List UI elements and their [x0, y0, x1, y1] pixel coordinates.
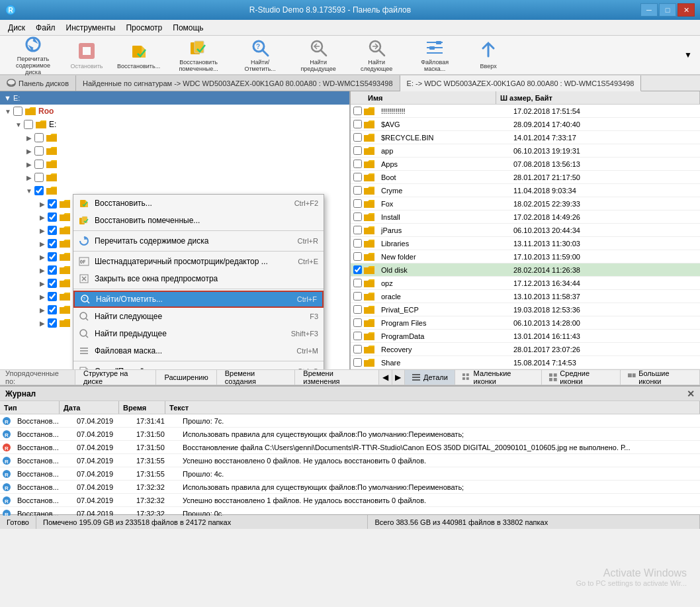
file-checkbox-6[interactable] [353, 186, 362, 195]
file-row[interactable]: oracle13.10.2013 11:58:37 [351, 290, 700, 303]
file-row[interactable]: Share15.08.2014 7:14:53 [351, 356, 700, 369]
toolbar-find[interactable]: ? Найти/Отметить... [232, 38, 288, 72]
log-row[interactable]: RВосстанов...07.04.201917:32:32Использов… [0, 481, 700, 494]
ctx-restore-marked[interactable]: Восстановить помеченные... [73, 212, 324, 229]
file-row[interactable]: Install17.02.2018 14:49:26 [351, 210, 700, 224]
file-checkbox-2[interactable] [353, 133, 362, 142]
log-row[interactable]: RВосстанов...07.04.201917:32:32Успешно в… [0, 494, 700, 507]
expand-delo[interactable]: ▶ [37, 214, 48, 221]
tree-checkbox-f2[interactable] [34, 146, 44, 156]
view-medium-icons[interactable]: Средние иконки [542, 370, 621, 385]
tree-checkbox-concert[interactable] [48, 199, 57, 209]
tree-checkbox-fin[interactable] [48, 239, 57, 248]
ctx-refresh[interactable]: Перечитать содержимое диска Ctrl+R [73, 232, 324, 250]
tree-checkbox-e[interactable] [24, 120, 33, 129]
file-checkbox-14[interactable] [353, 292, 362, 301]
file-row[interactable]: Fox18.02.2015 22:39:33 [351, 197, 700, 210]
ctx-copy-name[interactable]: Copy "Папка" Ctrl+C [73, 363, 324, 369]
file-checkbox-17[interactable] [353, 332, 362, 340]
file-row[interactable]: Recovery28.01.2017 23:07:26 [351, 343, 700, 356]
expand-proect[interactable]: ▶ [37, 320, 48, 327]
ctx-hex[interactable]: 0F Шестнадцатеричный просмотрщик/редакто… [73, 253, 324, 270]
file-row[interactable]: app06.10.2013 19:19:31 [351, 144, 700, 158]
toolbar-options[interactable]: ▼ [681, 50, 695, 60]
expand-netshare[interactable]: ▶ [37, 280, 48, 287]
log-row[interactable]: RВосстанов...07.04.201917:31:55Успешно в… [0, 454, 700, 467]
tree-item-f3[interactable]: ▶ [0, 158, 349, 171]
ctx-mask[interactable]: Файловая маска... Ctrl+M [73, 342, 324, 359]
file-checkbox-18[interactable] [353, 345, 362, 353]
sort-scroll-left[interactable]: ◀ [379, 370, 392, 385]
sort-created[interactable]: Времени создания [217, 370, 296, 385]
minimize-button[interactable]: ─ [640, 3, 658, 17]
file-row[interactable]: jParus06.10.2013 20:44:34 [351, 224, 700, 237]
file-checkbox-10[interactable] [353, 239, 362, 248]
ctx-find-next[interactable]: Найти следующее F3 [73, 308, 324, 325]
col-header-name[interactable]: Имя [364, 91, 496, 104]
file-row[interactable]: Libraries13.11.2013 11:30:03 [351, 237, 700, 250]
menu-help[interactable]: Помощь [167, 22, 208, 34]
close-button[interactable]: ✕ [678, 3, 695, 17]
menu-disk[interactable]: Диск [3, 22, 30, 34]
toolbar-up[interactable]: Вверх [465, 38, 511, 72]
log-row[interactable]: RВосстанов...07.04.201917:31:50Восстанов… [0, 441, 700, 454]
expand-icon[interactable]: ▼ [3, 108, 13, 115]
file-row[interactable]: $AVG28.09.2014 17:40:40 [351, 118, 700, 131]
file-row[interactable]: Old disk28.02.2014 11:26:38 [351, 263, 700, 277]
tree-item-f1[interactable]: ▶ [0, 131, 349, 144]
file-checkbox-11[interactable] [353, 252, 362, 261]
ctx-close-preview[interactable]: Закрыть все окна предпросмотра [73, 270, 324, 287]
log-close-button[interactable]: ✕ [687, 389, 695, 399]
file-row[interactable]: Apps07.08.2018 13:56:13 [351, 158, 700, 171]
file-checkbox-16[interactable] [353, 318, 362, 327]
tree-checkbox-f4[interactable] [34, 173, 44, 182]
expand-parus[interactable]: ▶ [37, 293, 48, 301]
tree-item-f4[interactable]: ▶ [0, 171, 349, 184]
file-checkbox-4[interactable] [353, 160, 362, 168]
file-checkbox-0[interactable] [353, 107, 362, 115]
file-list[interactable]: Имя Ш азмер, Байт !!!!!!!!!!!!17.02.2018… [351, 91, 700, 369]
expand-f2[interactable]: ▶ [24, 148, 34, 155]
sort-modified[interactable]: Времени изменения [295, 370, 379, 385]
file-checkbox-3[interactable] [353, 146, 362, 155]
sort-disk-structure[interactable]: Структуре на диске [75, 370, 157, 385]
tab-signatures[interactable]: Найденные по сигнатурам -> WDC WD5003AZE… [76, 75, 400, 91]
file-row[interactable]: $RECYCLE.BIN14.01.2014 7:33:17 [351, 131, 700, 144]
tree-item-f2[interactable]: ▶ [0, 144, 349, 158]
file-row[interactable]: Boot28.01.2017 21:17:50 [351, 171, 700, 184]
view-large-icons[interactable]: Большие иконки [621, 370, 700, 385]
toolbar-restore-marked[interactable]: Восстановить помеченные... [167, 38, 230, 72]
toolbar-restore[interactable]: Восстановить... [112, 38, 165, 72]
file-row[interactable]: Program Files06.10.2013 14:28:00 [351, 316, 700, 330]
file-checkbox-7[interactable] [353, 199, 362, 208]
expand-fin[interactable]: ▶ [37, 240, 48, 248]
tree-checkbox-f3[interactable] [34, 160, 44, 169]
log-row[interactable]: RВосстанов...07.04.201917:31:55Прошло: 4… [0, 467, 700, 481]
file-row[interactable]: New folder17.10.2013 11:59:00 [351, 250, 700, 263]
col-header-size[interactable]: Ш азмер, Байт [496, 91, 700, 104]
expand-install[interactable]: ▶ [37, 254, 48, 261]
tree-item-root[interactable]: ▼ Roo [0, 105, 349, 118]
view-small-icons[interactable]: Маленькие иконки [455, 370, 542, 385]
menu-view[interactable]: Просмотр [120, 22, 167, 34]
expand-concert[interactable]: ▶ [37, 201, 48, 208]
toolbar-stop[interactable]: Остановить [64, 38, 110, 72]
toolbar-find-prev[interactable]: Найти предыдущее [290, 38, 346, 72]
file-row[interactable]: !!!!!!!!!!!!17.02.2018 17:51:54 [351, 105, 700, 118]
tree-item-e[interactable]: ▼ E: [0, 118, 349, 131]
tree-checkbox-delo[interactable] [48, 212, 57, 222]
toolbar-find-next[interactable]: Найти следующее [349, 38, 404, 72]
file-checkbox-5[interactable] [353, 173, 362, 181]
tab-drive-e[interactable]: E: -> WDC WD5003AZEX-00K1GA0 80.00A80 : … [400, 75, 642, 91]
file-checkbox-15[interactable] [353, 305, 362, 314]
file-row[interactable]: Privat_ECP19.03.2018 12:53:36 [351, 303, 700, 316]
tree-checkbox-pictures[interactable] [48, 305, 57, 314]
tree-checkbox-f1[interactable] [34, 133, 44, 142]
tree-checkbox-parus[interactable] [48, 292, 57, 301]
file-checkbox-13[interactable] [353, 279, 362, 287]
file-checkbox-19[interactable] [353, 358, 362, 367]
file-row[interactable]: ProgramData13.01.2014 16:11:43 [351, 330, 700, 343]
file-checkbox-8[interactable] [353, 212, 362, 221]
expand-f3[interactable]: ▶ [24, 161, 34, 168]
ctx-find-prev[interactable]: Найти предыдущее Shift+F3 [73, 325, 324, 342]
